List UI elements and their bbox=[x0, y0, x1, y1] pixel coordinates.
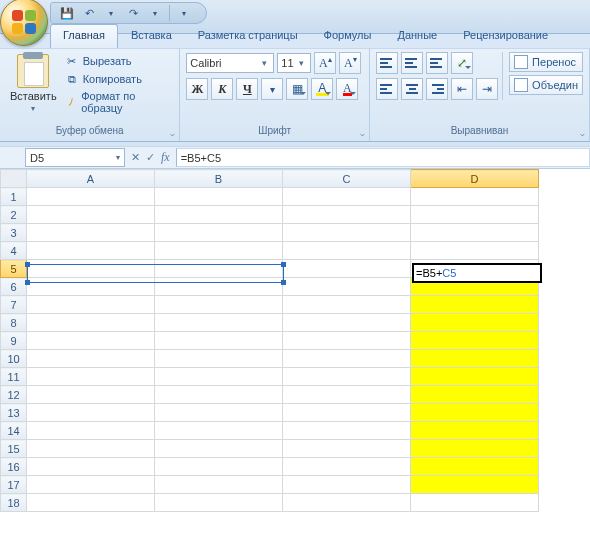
bold-button[interactable]: Ж bbox=[186, 78, 208, 100]
cell-C11[interactable] bbox=[283, 368, 411, 386]
chevron-down-icon[interactable]: ▾ bbox=[147, 5, 163, 21]
select-all-button[interactable] bbox=[1, 170, 27, 188]
cell-C18[interactable] bbox=[283, 494, 411, 512]
name-box[interactable]: D5 ▾ bbox=[25, 148, 125, 167]
row-header-6[interactable]: 6 bbox=[1, 278, 27, 296]
cell-C15[interactable] bbox=[283, 440, 411, 458]
row-header-13[interactable]: 13 bbox=[1, 404, 27, 422]
row-header-9[interactable]: 9 bbox=[1, 332, 27, 350]
row-header-3[interactable]: 3 bbox=[1, 224, 27, 242]
save-icon[interactable]: 💾 bbox=[59, 5, 75, 21]
cell-A9[interactable] bbox=[27, 332, 155, 350]
cell-C16[interactable] bbox=[283, 458, 411, 476]
office-button[interactable] bbox=[0, 0, 48, 46]
cell-B10[interactable] bbox=[155, 350, 283, 368]
cell-A11[interactable] bbox=[27, 368, 155, 386]
cell-B1[interactable] bbox=[155, 188, 283, 206]
cell-D10[interactable] bbox=[411, 350, 539, 368]
row-header-12[interactable]: 12 bbox=[1, 386, 27, 404]
cell-A2[interactable] bbox=[27, 206, 155, 224]
align-center-button[interactable] bbox=[401, 78, 423, 100]
row-header-1[interactable]: 1 bbox=[1, 188, 27, 206]
orientation-button[interactable]: ⤢ bbox=[451, 52, 473, 74]
cell-D7[interactable] bbox=[411, 296, 539, 314]
active-cell[interactable]: =B5+C5 bbox=[412, 263, 542, 283]
cell-B4[interactable] bbox=[155, 242, 283, 260]
increase-indent-button[interactable]: ⇥ bbox=[476, 78, 498, 100]
cell-C9[interactable] bbox=[283, 332, 411, 350]
align-bottom-button[interactable] bbox=[426, 52, 448, 74]
cell-A17[interactable] bbox=[27, 476, 155, 494]
cancel-formula-icon[interactable]: ✕ bbox=[131, 151, 140, 164]
cell-A15[interactable] bbox=[27, 440, 155, 458]
cell-B9[interactable] bbox=[155, 332, 283, 350]
chevron-down-icon[interactable]: ▾ bbox=[261, 78, 283, 100]
merge-center-button[interactable]: Объедин bbox=[509, 75, 583, 95]
font-color-button[interactable]: A bbox=[336, 78, 358, 100]
cell-D1[interactable] bbox=[411, 188, 539, 206]
cell-B11[interactable] bbox=[155, 368, 283, 386]
cell-D2[interactable] bbox=[411, 206, 539, 224]
cell-C10[interactable] bbox=[283, 350, 411, 368]
cell-B17[interactable] bbox=[155, 476, 283, 494]
cell-D9[interactable] bbox=[411, 332, 539, 350]
cell-D8[interactable] bbox=[411, 314, 539, 332]
cell-B15[interactable] bbox=[155, 440, 283, 458]
range-handle[interactable] bbox=[281, 262, 286, 267]
italic-button[interactable]: К bbox=[211, 78, 233, 100]
range-handle[interactable] bbox=[25, 280, 30, 285]
row-header-8[interactable]: 8 bbox=[1, 314, 27, 332]
cell-B12[interactable] bbox=[155, 386, 283, 404]
cell-B14[interactable] bbox=[155, 422, 283, 440]
cell-B2[interactable] bbox=[155, 206, 283, 224]
column-header-B[interactable]: B bbox=[155, 170, 283, 188]
tab-page-layout[interactable]: Разметка страницы bbox=[185, 24, 311, 48]
cell-C6[interactable] bbox=[283, 278, 411, 296]
align-top-button[interactable] bbox=[376, 52, 398, 74]
grow-font-button[interactable]: A▴ bbox=[314, 52, 336, 74]
cell-D15[interactable] bbox=[411, 440, 539, 458]
copy-button[interactable]: ⧉ Копировать bbox=[65, 72, 170, 86]
cell-C2[interactable] bbox=[283, 206, 411, 224]
shrink-font-button[interactable]: A▾ bbox=[339, 52, 361, 74]
cell-D4[interactable] bbox=[411, 242, 539, 260]
row-header-15[interactable]: 15 bbox=[1, 440, 27, 458]
row-header-14[interactable]: 14 bbox=[1, 422, 27, 440]
redo-icon[interactable]: ↷ bbox=[125, 5, 141, 21]
row-header-10[interactable]: 10 bbox=[1, 350, 27, 368]
fill-color-button[interactable]: A bbox=[311, 78, 333, 100]
cell-C1[interactable] bbox=[283, 188, 411, 206]
align-middle-button[interactable] bbox=[401, 52, 423, 74]
row-header-4[interactable]: 4 bbox=[1, 242, 27, 260]
cell-D16[interactable] bbox=[411, 458, 539, 476]
cut-button[interactable]: ✂ Вырезать bbox=[65, 54, 170, 68]
cell-A1[interactable] bbox=[27, 188, 155, 206]
cell-A7[interactable] bbox=[27, 296, 155, 314]
row-header-16[interactable]: 16 bbox=[1, 458, 27, 476]
cell-C17[interactable] bbox=[283, 476, 411, 494]
fx-icon[interactable]: fx bbox=[161, 150, 170, 165]
tab-formulas[interactable]: Формулы bbox=[311, 24, 385, 48]
row-header-7[interactable]: 7 bbox=[1, 296, 27, 314]
cell-A16[interactable] bbox=[27, 458, 155, 476]
cell-D12[interactable] bbox=[411, 386, 539, 404]
qat-customize-icon[interactable]: ▾ bbox=[176, 5, 192, 21]
cell-A14[interactable] bbox=[27, 422, 155, 440]
tab-home[interactable]: Главная bbox=[50, 24, 118, 48]
cell-A4[interactable] bbox=[27, 242, 155, 260]
cell-B18[interactable] bbox=[155, 494, 283, 512]
cell-A13[interactable] bbox=[27, 404, 155, 422]
row-header-18[interactable]: 18 bbox=[1, 494, 27, 512]
cell-A12[interactable] bbox=[27, 386, 155, 404]
font-name-combo[interactable]: Calibri ▾ bbox=[186, 53, 274, 73]
decrease-indent-button[interactable]: ⇤ bbox=[451, 78, 473, 100]
cell-D17[interactable] bbox=[411, 476, 539, 494]
row-header-2[interactable]: 2 bbox=[1, 206, 27, 224]
format-painter-button[interactable]: ﾉ Формат по образцу bbox=[65, 90, 170, 114]
row-header-5[interactable]: 5 bbox=[1, 260, 27, 278]
column-header-A[interactable]: A bbox=[27, 170, 155, 188]
column-header-C[interactable]: C bbox=[283, 170, 411, 188]
row-header-17[interactable]: 17 bbox=[1, 476, 27, 494]
cell-C14[interactable] bbox=[283, 422, 411, 440]
cell-B3[interactable] bbox=[155, 224, 283, 242]
